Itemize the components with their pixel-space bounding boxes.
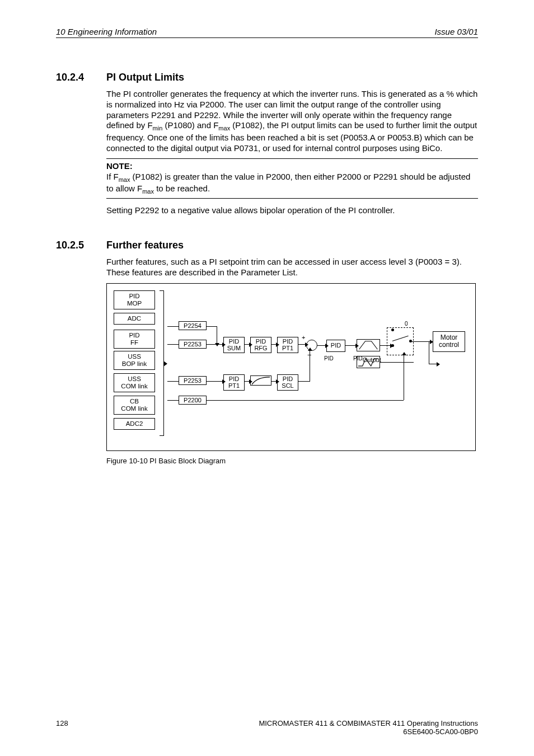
label-pid-output: PIDOutput bbox=[353, 355, 381, 363]
tap-p2200: P2200 bbox=[179, 396, 207, 405]
note-box: NOTE: If Fmax (P1082) is greater than th… bbox=[106, 158, 478, 199]
connector-line bbox=[167, 344, 179, 345]
ramp-symbol-icon bbox=[357, 339, 380, 351]
section-title: PI Output Limits bbox=[106, 72, 184, 83]
flow-line bbox=[217, 326, 217, 343]
header-left: 10 Engineering Information bbox=[56, 27, 157, 36]
para-pi-output-limits: The PI controller generates the frequenc… bbox=[106, 89, 478, 154]
pt1-curve-icon bbox=[250, 375, 271, 386]
block-pid-pt1-bottom: PID PT1 bbox=[223, 374, 245, 391]
footer-line-1: MICROMASTER 411 & COMBIMASTER 411 Operat… bbox=[259, 719, 478, 727]
flow-line bbox=[380, 362, 414, 363]
flow-line bbox=[380, 345, 390, 346]
plus-icon: + bbox=[302, 334, 305, 341]
block-pid-sum: PID SUM bbox=[223, 337, 245, 353]
tap-p2254: P2254 bbox=[179, 321, 207, 330]
bracket-arrow-icon bbox=[163, 361, 167, 367]
src-uss-bop: USS BOP link bbox=[114, 351, 155, 369]
flow-line bbox=[245, 381, 249, 382]
flow-line bbox=[271, 381, 276, 382]
flow-line bbox=[429, 364, 437, 364]
src-uss-com: USS COM link bbox=[114, 373, 155, 392]
flow-line bbox=[310, 351, 310, 382]
page-header: 10 Engineering Information Issue 03/01 bbox=[56, 27, 478, 38]
connector-line bbox=[167, 381, 179, 382]
para-p2292-negative: Setting P2292 to a negative value allows… bbox=[106, 205, 478, 216]
src-cb-com: CB COM link bbox=[114, 396, 155, 414]
flow-line bbox=[207, 381, 222, 382]
label-pid-small: PID bbox=[324, 355, 334, 361]
flow-line bbox=[317, 345, 325, 346]
tap-p2253-bottom: P2253 bbox=[179, 376, 207, 385]
src-adc: ADC bbox=[114, 313, 155, 325]
footer-right: MICROMASTER 411 & COMBIMASTER 411 Operat… bbox=[259, 719, 478, 736]
note-label: NOTE: bbox=[106, 161, 478, 171]
section-number: 10.2.5 bbox=[56, 240, 106, 251]
connector-line bbox=[167, 326, 179, 327]
flow-line bbox=[429, 341, 429, 364]
page-footer: 128 MICROMASTER 411 & COMBIMASTER 411 Op… bbox=[56, 719, 478, 736]
src-pid-mop: PID MOP bbox=[114, 290, 155, 309]
section-heading-further-features: 10.2.5 Further features bbox=[56, 240, 478, 251]
flow-line bbox=[207, 326, 217, 327]
section-number: 10.2.4 bbox=[56, 72, 106, 83]
footer-line-2: 6SE6400-5CA00-0BP0 bbox=[259, 727, 478, 736]
figure-caption: Figure 10-10 PI Basic Block Diagram bbox=[106, 457, 478, 465]
tap-p2253-top: P2253 bbox=[179, 340, 207, 349]
block-pid-pt1-top: PID PT1 bbox=[277, 337, 298, 353]
switch-zero-label: 0 bbox=[405, 321, 408, 327]
flow-line bbox=[298, 344, 305, 345]
pi-block-diagram: PID MOP ADC PID FF USS BOP link USS COM … bbox=[106, 283, 476, 451]
para-further-features: Further features, such as a PI setpoint … bbox=[106, 257, 478, 278]
flow-line bbox=[298, 381, 310, 382]
flow-line bbox=[207, 400, 404, 401]
footer-page-number: 128 bbox=[56, 719, 68, 736]
flow-line bbox=[271, 344, 276, 345]
src-adc2: ADC2 bbox=[114, 418, 155, 430]
block-pid-scl: PID SCL bbox=[277, 374, 298, 391]
flow-line bbox=[345, 345, 355, 346]
block-motor-control: Motor control bbox=[433, 331, 465, 351]
block-pid: PID bbox=[326, 340, 345, 352]
header-right: Issue 03/01 bbox=[434, 27, 478, 36]
flow-line bbox=[245, 344, 249, 345]
section-title: Further features bbox=[106, 240, 184, 251]
src-pid-ff: PID FF bbox=[114, 330, 155, 348]
note-body: If Fmax (P1082) is greater than the valu… bbox=[106, 172, 478, 196]
section-heading-pi-output-limits: 10.2.4 PI Output Limits bbox=[56, 72, 478, 83]
flow-line bbox=[412, 341, 430, 342]
block-pid-rfg: PID RFG bbox=[250, 337, 271, 353]
connector-line bbox=[167, 400, 179, 401]
